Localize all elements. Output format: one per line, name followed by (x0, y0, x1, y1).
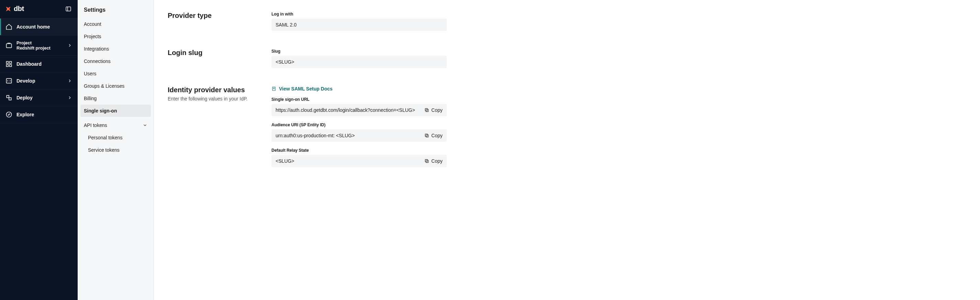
field-value: SAML 2.0 (275, 22, 296, 27)
copy-label: Copy (431, 158, 442, 164)
chevron-right-icon (67, 43, 72, 48)
field-label-slug: Slug (272, 49, 447, 54)
nav-label: Account home (16, 24, 72, 30)
field-value: <SLUG> (275, 158, 294, 164)
nav-project-label: Project (16, 40, 63, 45)
field-sso-url: https://auth.cloud.getdbt.com/login/call… (272, 104, 447, 116)
svg-rect-8 (6, 95, 9, 98)
field-value: https://auth.cloud.getdbt.com/login/call… (275, 107, 415, 113)
field-label-sso-url: Single sign-on URL (272, 97, 447, 102)
settings-item-billing[interactable]: Billing (80, 92, 151, 105)
section-title: Provider type (168, 12, 258, 20)
field-value: <SLUG> (275, 59, 294, 65)
settings-item-connections[interactable]: Connections (80, 55, 151, 67)
svg-rect-3 (6, 62, 9, 64)
section-login-slug: Login slug Slug <SLUG> (168, 49, 966, 68)
svg-rect-19 (425, 159, 428, 162)
deploy-icon (5, 94, 13, 101)
copy-icon (424, 133, 429, 138)
svg-rect-18 (426, 160, 428, 163)
svg-rect-17 (425, 134, 428, 136)
home-icon (5, 23, 13, 30)
nav-label: Explore (16, 112, 72, 117)
settings-item-label: API tokens (84, 123, 107, 128)
docs-link-text: View SAML Setup Docs (279, 86, 332, 91)
svg-point-10 (6, 112, 12, 117)
copy-button-sso-url[interactable]: Copy (424, 107, 442, 113)
settings-item-api-tokens[interactable]: API tokens (80, 119, 151, 131)
settings-item-sso[interactable]: Single sign-on (80, 105, 151, 117)
field-value: urn:auth0:us-production-mt: <SLUG> (275, 133, 355, 138)
svg-rect-4 (10, 62, 12, 64)
svg-rect-5 (6, 65, 9, 67)
field-label-audience: Audience URI (SP Entity ID) (272, 123, 447, 127)
nav-dashboard[interactable]: Dashboard (0, 56, 78, 73)
svg-rect-14 (426, 109, 428, 112)
svg-rect-7 (6, 78, 12, 83)
nav-project-name: Redshift project (16, 45, 63, 51)
copy-icon (424, 108, 429, 113)
svg-rect-9 (9, 98, 11, 100)
settings-title: Settings (80, 7, 151, 18)
settings-item-personal-tokens[interactable]: Personal tokens (80, 131, 151, 144)
copy-label: Copy (431, 107, 442, 113)
nav-label: Dashboard (16, 61, 72, 67)
copy-icon (424, 159, 429, 163)
nav-explore[interactable]: Explore (0, 106, 78, 123)
field-slug: <SLUG> (272, 56, 447, 68)
project-icon (5, 42, 13, 49)
document-icon (272, 86, 276, 91)
main-content: Provider type Log in with SAML 2.0 Login… (154, 0, 980, 300)
section-provider-type: Provider type Log in with SAML 2.0 (168, 12, 966, 31)
nav-deploy[interactable]: Deploy (0, 89, 78, 106)
copy-button-relay[interactable]: Copy (424, 158, 442, 164)
nav-develop[interactable]: Develop (0, 73, 78, 89)
chevron-right-icon (67, 78, 72, 83)
field-audience-uri: urn:auth0:us-production-mt: <SLUG> Copy (272, 129, 447, 142)
saml-docs-link[interactable]: View SAML Setup Docs (272, 86, 447, 91)
copy-label: Copy (431, 133, 442, 138)
svg-rect-0 (66, 7, 71, 11)
svg-rect-2 (6, 44, 12, 48)
explore-icon (5, 111, 13, 118)
settings-item-users[interactable]: Users (80, 67, 151, 80)
nav-account-home[interactable]: Account home (0, 19, 78, 35)
svg-rect-16 (426, 135, 428, 137)
logo-row: dbt (0, 0, 78, 19)
chevron-down-icon (143, 123, 147, 128)
field-label-relay: Default Relay State (272, 148, 447, 153)
nav-label: Deploy (16, 95, 63, 101)
field-label-login-with: Log in with (272, 12, 447, 16)
brand-logo[interactable]: dbt (5, 5, 24, 13)
settings-item-integrations[interactable]: Integrations (80, 43, 151, 55)
dbt-logo-icon (5, 5, 12, 13)
section-title: Login slug (168, 49, 258, 57)
field-relay-state: <SLUG> Copy (272, 155, 447, 167)
nav-label: Develop (16, 78, 63, 84)
settings-item-projects[interactable]: Projects (80, 30, 151, 43)
svg-rect-6 (10, 65, 12, 67)
settings-item-service-tokens[interactable]: Service tokens (80, 144, 151, 156)
settings-item-groups[interactable]: Groups & Licenses (80, 80, 151, 92)
section-idp-values: Identity provider values Enter the follo… (168, 86, 966, 167)
field-login-with: SAML 2.0 (272, 19, 447, 31)
develop-icon (5, 77, 13, 84)
section-desc: Enter the following values in your IdP. (168, 96, 258, 102)
chevron-right-icon (67, 95, 72, 100)
primary-sidebar: dbt Account home Project Redshift projec… (0, 0, 78, 300)
brand-name: dbt (14, 5, 24, 13)
section-title: Identity provider values (168, 86, 258, 94)
svg-rect-15 (425, 109, 428, 111)
settings-item-account[interactable]: Account (80, 18, 151, 30)
settings-sidebar: Settings Account Projects Integrations C… (78, 0, 154, 300)
collapse-sidebar-button[interactable] (65, 5, 72, 13)
dashboard-icon (5, 61, 13, 67)
nav-project[interactable]: Project Redshift project (0, 35, 78, 56)
copy-button-audience[interactable]: Copy (424, 133, 442, 138)
